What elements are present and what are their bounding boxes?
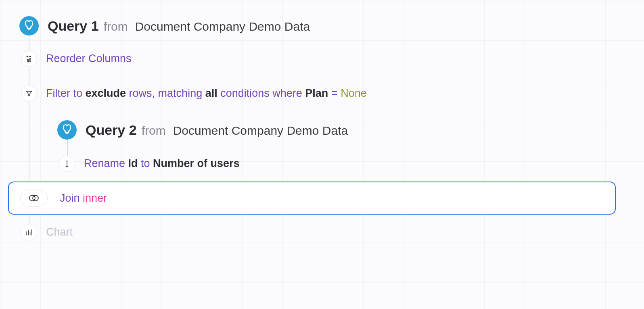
step-join[interactable]: Join inner <box>8 182 616 215</box>
filter-column: Plan <box>305 87 328 99</box>
chart-icon <box>21 224 37 240</box>
filter-icon <box>21 86 37 102</box>
filter-mid1: rows, matching <box>126 87 205 99</box>
query1-title: Query 1 <box>48 18 99 34</box>
filter-mid2: conditions where <box>217 87 305 99</box>
svg-point-0 <box>29 195 35 201</box>
query2-header[interactable]: Query 2 from Document Company Demo Data <box>57 120 348 140</box>
rename-to: Number of users <box>153 157 240 169</box>
filter-eq: = <box>328 87 341 99</box>
chart-label: Chart <box>46 225 73 239</box>
filter-prefix: Filter to <box>46 87 86 99</box>
filter-match: all <box>205 87 217 99</box>
query2-from-label: from <box>142 124 166 138</box>
rename-mid: to <box>138 157 153 169</box>
postgres-icon <box>19 16 39 35</box>
join-type: inner <box>83 192 107 204</box>
svg-point-1 <box>33 195 38 201</box>
query2-title: Query 2 <box>86 122 137 138</box>
query-pipeline-canvas: Query 1 from Document Company Demo Data … <box>0 0 644 309</box>
step-rename[interactable]: Rename Id to Number of users <box>59 156 240 172</box>
query2-source: Document Company Demo Data <box>173 124 348 138</box>
rename-prefix: Rename <box>84 157 128 169</box>
step-chart[interactable]: Chart <box>21 224 73 240</box>
query1-header[interactable]: Query 1 from Document Company Demo Data <box>19 16 310 35</box>
rename-icon <box>59 156 75 172</box>
postgres-icon <box>57 120 77 140</box>
reorder-label: Reorder Columns <box>46 52 132 66</box>
step-filter[interactable]: Filter to exclude rows, matching all con… <box>21 86 367 102</box>
query1-source: Document Company Demo Data <box>135 20 310 33</box>
rename-from: Id <box>128 157 138 169</box>
reorder-icon <box>21 51 37 67</box>
query1-from-label: from <box>104 20 128 33</box>
join-label: Join <box>60 192 83 204</box>
step-reorder-columns[interactable]: Reorder Columns <box>21 51 132 67</box>
join-icon <box>20 190 48 207</box>
filter-mode: exclude <box>86 87 126 99</box>
filter-value: None <box>341 87 367 99</box>
